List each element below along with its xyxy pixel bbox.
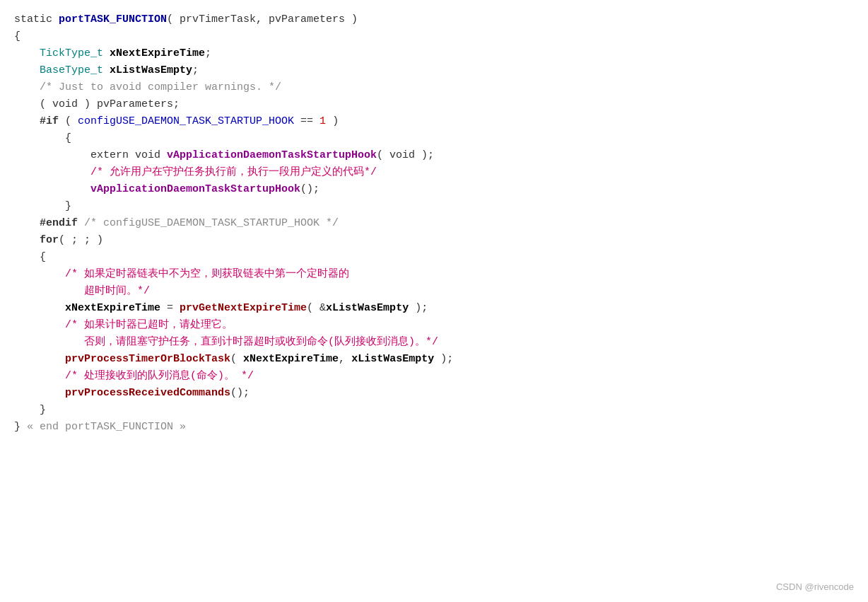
code-line-21: 超时时间。*/ [14,283,854,300]
code-line-4: BaseType_t xListWasEmpty; [14,62,854,79]
csdn-credit: CSDN @rivencode [776,580,854,595]
code-line-6: /* Just to avoid compiler warnings. */ [14,79,854,96]
code-line-19: { [14,249,854,266]
code-line-31: } « end portTASK_FUNCTION » [14,419,854,436]
code-line-2: { [14,28,854,45]
code-line-7: ( void ) pvParameters; [14,96,854,113]
code-line-11: extern void vApplicationDaemonTaskStartu… [14,147,854,164]
code-line-9: #if ( configUSE_DAEMON_TASK_STARTUP_HOOK… [14,113,854,130]
code-line-10: { [14,130,854,147]
code-line-20: /* 如果定时器链表中不为空，则获取链表中第一个定时器的 [14,266,854,283]
code-line-30: } [14,402,854,419]
code-line-3: TickType_t xNextExpireTime; [14,45,854,62]
code-line-15: } [14,198,854,215]
code-line-18: for( ; ; ) [14,232,854,249]
code-line-28: /* 处理接收到的队列消息(命令)。 */ [14,368,854,385]
code-line-24: /* 如果计时器已超时，请处理它。 [14,317,854,334]
code-line-16: #endif /* configUSE_DAEMON_TASK_STARTUP_… [14,215,854,232]
code-line-29: prvProcessReceivedCommands(); [14,385,854,402]
code-line-25: 否则，请阻塞守护任务，直到计时器超时或收到命令(队列接收到消息)。*/ [14,334,854,351]
code-line-1: static portTASK_FUNCTION( prvTimerTask, … [14,11,854,28]
code-container: static portTASK_FUNCTION( prvTimerTask, … [0,0,868,602]
code-line-14: vApplicationDaemonTaskStartupHook(); [14,181,854,198]
code-line-26: prvProcessTimerOrBlockTask( xNextExpireT… [14,351,854,368]
code-line-22: xNextExpireTime = prvGetNextExpireTime( … [14,300,854,317]
code-line-13: /* 允许用户在守护任务执行前，执行一段用户定义的代码*/ [14,164,854,181]
